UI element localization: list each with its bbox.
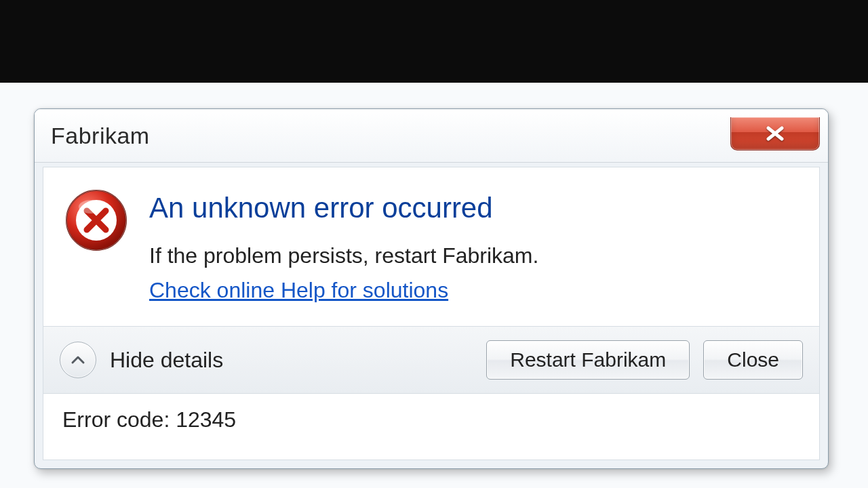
close-button[interactable]: Close: [703, 340, 803, 380]
error-code-text: Error code: 12345: [62, 407, 800, 432]
toggle-details-button[interactable]: [60, 342, 96, 378]
dialog-footer: Hide details Restart Fabrikam Close: [43, 327, 820, 394]
toggle-details-label: Hide details: [110, 348, 473, 373]
svg-point-3: [79, 200, 103, 214]
error-headline: An unknown error occurred: [149, 192, 800, 224]
error-body-text: If the problem persists, restart Fabrika…: [149, 243, 800, 268]
content-area: An unknown error occurred If the problem…: [43, 167, 820, 327]
window-close-button[interactable]: [730, 117, 820, 150]
error-dialog: Fabrikam: [34, 108, 829, 469]
error-icon: [62, 186, 130, 303]
window-title: Fabrikam: [51, 123, 150, 149]
restart-button[interactable]: Restart Fabrikam: [486, 340, 690, 380]
chevron-up-icon: [71, 354, 85, 365]
title-bar: Fabrikam: [35, 109, 828, 163]
details-panel: Error code: 12345: [43, 394, 820, 460]
close-icon: [766, 126, 785, 141]
help-link[interactable]: Check online Help for solutions: [149, 278, 448, 302]
